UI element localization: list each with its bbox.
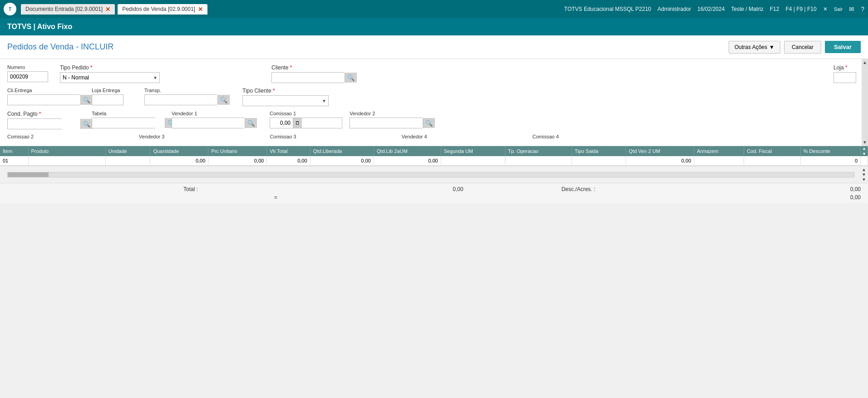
comissao1-calc-button[interactable]: 🗒 xyxy=(293,118,302,128)
grid-table: Item Produto Unidade Quantidade Prc Unit… xyxy=(0,146,868,166)
col-vlr-total: Vlr.Total xyxy=(267,146,310,156)
scroll-down-arrow[interactable]: ▼ xyxy=(863,140,867,145)
col-qtd-lib-2aum: Qtd.Lib 2aUM xyxy=(374,146,441,156)
equals-value: 0,00 xyxy=(833,194,861,201)
vendedor1-group: Vendedor 1 🔍 xyxy=(172,111,262,128)
cli-entrega-label: Cli.Entrega xyxy=(7,88,84,93)
tabela-group: Tabela 🔍 xyxy=(92,111,164,128)
header-bar: TOTVS | Ativo Fixo xyxy=(0,18,868,35)
cliente-input[interactable] xyxy=(272,73,345,83)
cond-pagto-input[interactable] xyxy=(8,119,80,129)
numero-group: Numero xyxy=(7,64,53,82)
tab-doc-entrada[interactable]: Documento Entrada [02.9.0001] ✕ xyxy=(21,4,115,15)
comissao1-input[interactable] xyxy=(270,118,293,128)
transp-input[interactable] xyxy=(145,95,217,105)
help-icon[interactable]: ? xyxy=(861,5,864,13)
cell-produto[interactable] xyxy=(28,156,105,166)
outras-acoes-button[interactable]: Outras Ações ▼ xyxy=(729,41,780,54)
cliente-group: Cliente * 🔍 xyxy=(271,64,823,83)
cell-quantidade: 0,00 xyxy=(150,156,208,166)
tabela-input[interactable] xyxy=(92,118,165,128)
grid-scroll-down[interactable]: ▼ xyxy=(862,152,866,156)
loja-group: Loja * xyxy=(833,64,861,83)
salvar-button[interactable]: Salvar xyxy=(825,41,861,53)
keys-label: F4 | F9 | F10 xyxy=(785,6,816,12)
tipo-cliente-select-wrap[interactable]: Revendedor Consumidor ▼ xyxy=(242,95,329,106)
vendedor2-input[interactable] xyxy=(350,118,423,128)
col-prc-unitario: Prc Unitario xyxy=(208,146,267,156)
cancelar-button[interactable]: Cancelar xyxy=(784,41,821,54)
cond-pagto-input-wrap[interactable]: 🔍 xyxy=(7,118,62,129)
cell-qtd-ven-2-um: 0,00 xyxy=(626,156,694,166)
tab-pedidos-venda-close[interactable]: ✕ xyxy=(198,6,203,13)
cond-pagto-search-button[interactable]: 🔍 xyxy=(80,119,93,129)
numero-label: Numero xyxy=(7,64,53,70)
cond-pagto-group: Cond. Pagto * 🔍 xyxy=(7,111,84,129)
col-qtd-ven-2-um: Qtd Ven 2 UM xyxy=(626,146,694,156)
tipo-pedido-select-wrap[interactable]: N - Normal E - Especial B - Bonificacao … xyxy=(60,72,160,83)
form-row-4: Comissao 2 Vendedor 3 Comissao 3 Vendedo… xyxy=(7,134,861,139)
scroll-up-arrow[interactable]: ▲ xyxy=(863,60,867,65)
tipo-cliente-label: Tipo Cliente * xyxy=(242,88,333,94)
tab-doc-entrada-label: Documento Entrada [02.9.0001] xyxy=(25,6,103,12)
vendedor2-group: Vendedor 2 🔍 xyxy=(350,111,440,128)
transp-input-wrap[interactable]: 🔍 xyxy=(144,94,217,105)
cliente-search-button[interactable]: 🔍 xyxy=(345,73,357,83)
grid-scroll-up[interactable]: ▲ xyxy=(862,146,866,151)
grid-right-arrow-up[interactable]: ▲ xyxy=(862,167,866,172)
tipo-pedido-select[interactable]: N - Normal E - Especial B - Bonificacao xyxy=(60,73,159,83)
grid-right-arrow-down[interactable]: ▼ xyxy=(862,172,866,177)
app-title: TOTVS | Ativo Fixo xyxy=(7,23,72,31)
cli-entrega-input[interactable] xyxy=(8,95,80,105)
col-item: Item xyxy=(0,146,28,156)
tab-pedidos-venda[interactable]: Pedidos de Venda [02.9.0001] ✕ xyxy=(118,4,207,15)
tab-doc-entrada-close[interactable]: ✕ xyxy=(105,6,110,13)
col-armazem: Armazem xyxy=(694,146,744,156)
cliente-input-wrap[interactable]: 🔍 xyxy=(271,72,344,83)
tipo-cliente-select[interactable]: Revendedor Consumidor xyxy=(243,96,328,106)
vendedor2-search-button[interactable]: 🔍 xyxy=(423,118,435,128)
h-scrollbar[interactable] xyxy=(7,172,854,177)
grid-area: Item Produto Unidade Quantidade Prc Unit… xyxy=(0,146,868,166)
tipo-pedido-label: Tipo Pedido * xyxy=(60,64,164,71)
cli-entrega-search-button[interactable]: 🔍 xyxy=(80,95,93,105)
vendedor1-input[interactable] xyxy=(172,118,245,128)
grid-right-arrow-more[interactable]: ▼ xyxy=(862,177,866,182)
vendedor4-label: Vendedor 4 xyxy=(401,134,427,139)
grid-header: Item Produto Unidade Quantidade Prc Unit… xyxy=(0,146,868,156)
comissao2-label: Comissao 2 xyxy=(7,134,34,139)
col-quantidade: Quantidade xyxy=(150,146,208,156)
transp-search-icon: 🔍 xyxy=(220,97,227,103)
h-scroll-thumb[interactable] xyxy=(8,172,49,177)
comissao1-input-wrap[interactable]: 🗒 xyxy=(270,118,342,128)
transp-search-button[interactable]: 🔍 xyxy=(217,95,230,105)
loja-input[interactable] xyxy=(833,72,856,83)
env-label: Teste / Matriz xyxy=(731,6,763,12)
cell-qtd-lib-2aum: 0,00 xyxy=(374,156,441,166)
form-row-1: Numero Tipo Pedido * N - Normal E - Espe… xyxy=(7,64,861,83)
vendedor2-label: Vendedor 2 xyxy=(350,111,440,116)
vendedor2-input-wrap[interactable]: 🔍 xyxy=(350,118,422,128)
mail-icon[interactable]: ✉ xyxy=(849,5,854,13)
footer-row-1: Total : 0,00 Desc./Acres. : 0,00 xyxy=(7,186,861,192)
table-row[interactable]: 01 0,00 0,00 0,00 0,00 0,00 0,00 0 xyxy=(0,156,868,166)
form-scrollbar[interactable]: ▲ ▼ xyxy=(862,59,868,146)
numero-input[interactable] xyxy=(7,71,48,82)
exit-button[interactable]: Sair xyxy=(834,6,843,12)
col-qtd-liberada: Qtd.Liberada xyxy=(310,146,374,156)
date-label: 16/02/2024 xyxy=(697,6,725,12)
vendedor1-search-button[interactable]: 🔍 xyxy=(245,118,257,128)
vendedor1-input-wrap[interactable]: 🔍 xyxy=(172,118,244,128)
cli-entrega-input-wrap[interactable]: 🔍 xyxy=(7,94,80,105)
cell-produto-input[interactable] xyxy=(31,158,68,163)
footer-area: Total : 0,00 Desc./Acres. : 0,00 = 0,00 xyxy=(0,183,868,203)
tipo-cliente-group: Tipo Cliente * Revendedor Consumidor ▼ xyxy=(242,88,333,106)
user-label: Administrador xyxy=(657,6,691,12)
h-scroll-row: ▲ ▼ ▼ xyxy=(0,166,868,183)
cell-scroll xyxy=(861,156,868,166)
cell-prc-unitario: 0,00 xyxy=(208,156,267,166)
desc-acres-label: Desc./Acres. : xyxy=(562,186,596,192)
loja-entrega-input[interactable] xyxy=(92,94,123,105)
cond-pagto-label: Cond. Pagto * xyxy=(7,111,84,117)
tabela-input-wrap[interactable]: 🔍 xyxy=(92,118,155,128)
